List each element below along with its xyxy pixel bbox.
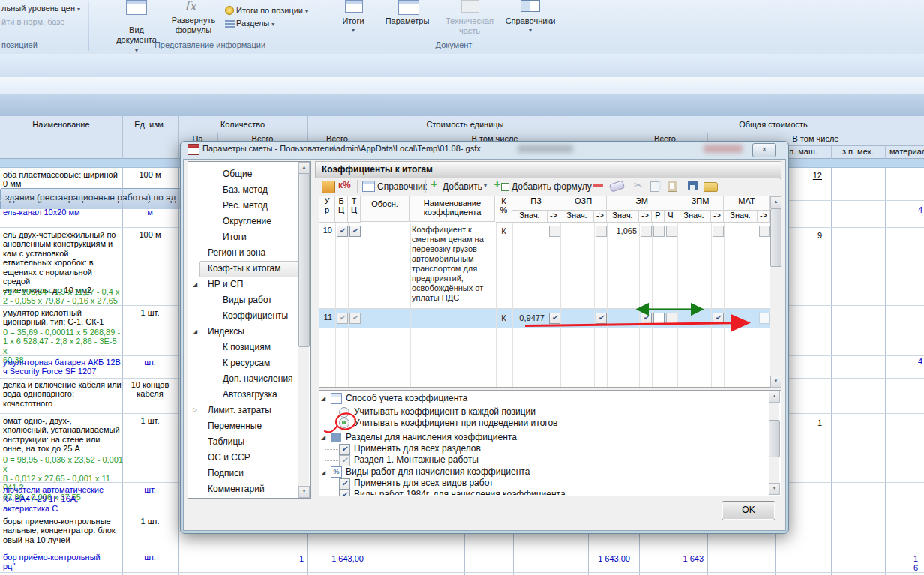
coef-col-arrow[interactable]: -> xyxy=(594,211,607,223)
row-unit[interactable]: 1 шт. xyxy=(122,416,178,425)
checkbox-tc-checked-disabled[interactable]: ✔ xyxy=(350,313,361,324)
coef-group-mat[interactable]: МАТ xyxy=(724,196,770,211)
nav-item-resource-method[interactable]: Рес. метод xyxy=(188,198,332,214)
radio-at-totals-label[interactable]: Учитывать коэффициент при подведении ито… xyxy=(354,418,557,428)
checkbox-zpm-checked[interactable]: ✔ xyxy=(712,313,724,324)
scrollbar-thumb[interactable] xyxy=(298,173,310,347)
coef-group-pz[interactable]: ПЗ xyxy=(512,196,560,211)
row-name[interactable]: боры приемно-контрольные нальные, концен… xyxy=(3,517,122,544)
checkbox-all-work-types-checked[interactable]: ✔ xyxy=(339,478,350,490)
find-in-base-button[interactable]: йти в норм. базе xyxy=(2,17,64,27)
coef-em-value[interactable]: 1,065 xyxy=(607,226,637,235)
coef-name[interactable]: Коэффициент к сметным ценам на перевозку… xyxy=(412,225,494,303)
nav-item-general[interactable]: Общие xyxy=(188,166,332,182)
coef-col-arrow[interactable]: -> xyxy=(758,211,770,223)
coef-col-value[interactable]: Знач. xyxy=(512,211,548,223)
row-name[interactable]: ель двух-четырехжильный по ановленным ко… xyxy=(3,230,122,295)
checkbox-ozp-unchecked[interactable] xyxy=(596,226,607,237)
coef-col-value[interactable]: Знач. xyxy=(724,211,758,223)
nav-item-rounding[interactable]: Округление xyxy=(188,214,332,229)
coef-col-tc[interactable]: Т Ц xyxy=(348,196,361,223)
nav-item-additional-charges[interactable]: Доп. начисления xyxy=(188,371,332,387)
scrollbar-thumb[interactable] xyxy=(770,208,782,267)
coef-col-ch[interactable]: Ч xyxy=(664,211,677,223)
scroll-down-icon[interactable]: ▾ xyxy=(769,483,780,495)
coef-col-arrow[interactable]: -> xyxy=(639,211,652,223)
sections-button[interactable]: Разделы ▾ xyxy=(236,19,274,29)
checkbox-mat-unchecked[interactable] xyxy=(759,226,770,237)
scroll-up-icon[interactable]: ▴ xyxy=(769,391,780,403)
checkbox-work-types-1984-label[interactable]: Виды работ 1984г. для начисления коэффиц… xyxy=(354,489,566,495)
row-unit[interactable]: 100 м xyxy=(122,170,178,179)
row-unit[interactable]: 10 концов кабеля xyxy=(122,380,178,399)
totals-button[interactable]: Итоги xyxy=(334,16,373,26)
price-level-button[interactable]: льный уровень цен ▾ xyxy=(2,4,80,14)
add-formula-button[interactable]: Добавить формулу xyxy=(512,178,592,196)
checkbox-pz-checked[interactable]: ✔ xyxy=(549,313,560,324)
cell-qty[interactable]: 1 xyxy=(259,554,304,563)
row-name[interactable]: ель-канал 10x20 мм xyxy=(3,208,122,217)
tree-expanded-icon[interactable]: ◢ xyxy=(321,434,326,441)
row-unit[interactable]: 1 шт. xyxy=(122,308,178,317)
expand-formulas-button[interactable]: Развернуть формулы xyxy=(166,16,220,35)
technical-part-button[interactable]: Техническая часть xyxy=(439,16,500,36)
col-header-name[interactable]: Наименование xyxy=(0,120,122,129)
row-unit[interactable]: 100 м xyxy=(122,230,178,239)
coef-pz-value[interactable]: 0,9477 xyxy=(512,313,544,322)
scroll-down-icon[interactable]: ▾ xyxy=(770,376,782,388)
checkbox-ch-unchecked[interactable] xyxy=(666,226,677,237)
row-name[interactable]: оба пластмассовые: шириной 0 мм xyxy=(3,170,122,189)
cell-unit-cost[interactable]: 1 643,00 xyxy=(310,554,364,563)
coef-group-zpm[interactable]: ЗПМ xyxy=(677,196,724,211)
checkbox-section1-checked-disabled[interactable]: ✔ xyxy=(339,455,350,466)
tab-estimate-1[interactable]: здания (реставрационные работы) по адр × xyxy=(0,188,190,209)
nav-item-autoload[interactable]: Автозагрузка xyxy=(188,387,332,403)
col-header-unit[interactable]: Ед. изм. xyxy=(122,120,178,129)
add-button[interactable]: Добавить xyxy=(442,178,482,196)
scrollbar-thumb[interactable] xyxy=(769,420,780,457)
parameters-button[interactable]: Параметры xyxy=(381,16,434,26)
checkbox-em-checked[interactable]: ✔ xyxy=(640,313,652,324)
coef-col-arrow[interactable]: -> xyxy=(548,211,560,223)
coef-col-arrow[interactable]: -> xyxy=(711,211,724,223)
save-icon[interactable] xyxy=(688,181,698,190)
checkbox-r-unchecked[interactable] xyxy=(653,226,664,237)
coef-col-r[interactable]: Р xyxy=(652,211,664,223)
dialog-close-button[interactable]: × xyxy=(752,143,776,157)
totals-by-position-button[interactable]: Итоги по позиции ▾ xyxy=(236,6,308,16)
checkbox-all-sections-label[interactable]: Применять для всех разделов xyxy=(354,443,481,454)
copy-icon[interactable] xyxy=(650,181,659,192)
filter-coefficient-icon[interactable] xyxy=(322,181,335,193)
col-header-grand-total[interactable]: Общая стоимость xyxy=(622,120,924,129)
col-header-zp-mech[interactable]: з.п. мех. xyxy=(831,147,885,156)
nav-item-to-resources[interactable]: К ресурсам xyxy=(188,355,332,371)
tree-expanded-icon[interactable]: ◢ xyxy=(321,395,326,402)
checkbox-pz-unchecked[interactable] xyxy=(549,226,560,237)
checkbox-tc-checked[interactable]: ✔ xyxy=(350,226,361,237)
references-button[interactable]: Справочники xyxy=(504,16,556,26)
reference-button[interactable]: Справочник xyxy=(377,178,427,196)
checkbox-all-sections-checked[interactable]: ✔ xyxy=(339,444,350,455)
radio-each-position[interactable] xyxy=(339,407,350,418)
nav-item-coefficients[interactable]: Коэффициенты xyxy=(188,308,332,324)
checkbox-ozp-checked[interactable]: ✔ xyxy=(596,313,607,324)
ok-button[interactable]: OK xyxy=(722,501,776,520)
nav-item-totals[interactable]: Итоги xyxy=(188,229,332,245)
view-document-button[interactable]: Вид документа ▾ xyxy=(112,16,160,55)
checkbox-r-unchecked[interactable] xyxy=(653,313,664,324)
checkbox-zpm-unchecked[interactable] xyxy=(712,226,724,237)
checkbox-mat-unchecked[interactable] xyxy=(759,313,770,324)
checkbox-em-unchecked[interactable] xyxy=(640,226,652,237)
checkbox-all-work-types-label[interactable]: Применять для всех видов работ xyxy=(354,478,494,488)
paste-icon[interactable] xyxy=(668,181,677,192)
row-unit[interactable]: м xyxy=(122,208,178,217)
cell-grand-total[interactable]: 1 643,00 xyxy=(576,554,630,563)
coef-col-value[interactable]: Знач. xyxy=(607,211,639,223)
chevron-down-icon[interactable]: ▾ xyxy=(484,182,487,189)
col-header-materials[interactable]: материалы xyxy=(890,147,924,156)
coef-col-ur[interactable]: У р xyxy=(320,196,335,223)
checkbox-section1-label[interactable]: Раздел 1. Монтажные работы xyxy=(354,454,478,465)
row-unit[interactable]: 1 шт. xyxy=(122,517,178,526)
coef-col-justification[interactable]: Обосн. xyxy=(361,196,410,222)
checkbox-bc-checked-disabled[interactable]: ✔ xyxy=(337,313,348,324)
